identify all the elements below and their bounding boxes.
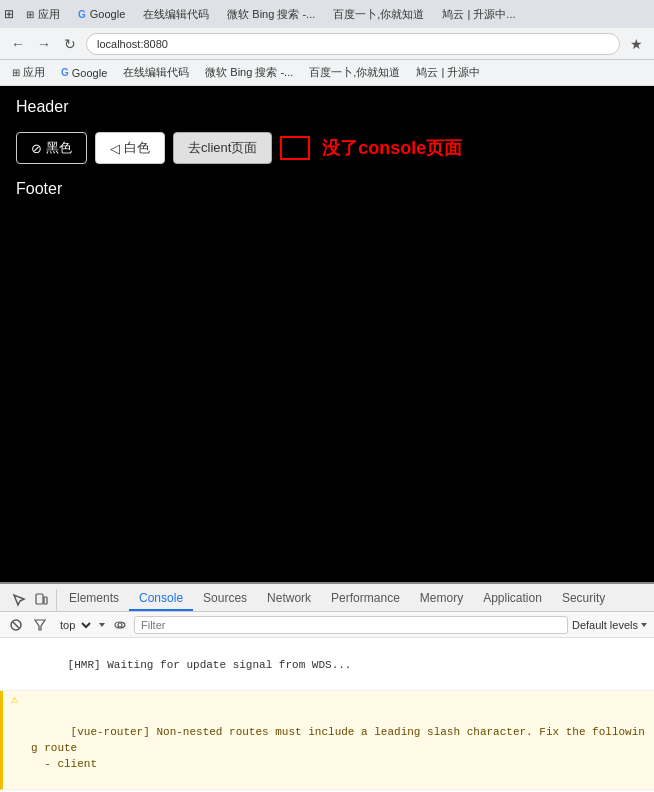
bookmark-baidu[interactable]: 百度一卜,你就知道 xyxy=(303,63,406,82)
address-input[interactable] xyxy=(86,33,620,55)
apps-icon[interactable]: ⊞ xyxy=(4,7,14,21)
tab-sources[interactable]: Sources xyxy=(193,587,257,611)
svg-marker-5 xyxy=(99,623,105,627)
tab-security[interactable]: Security xyxy=(552,587,615,611)
bookmark-apps-label: 应用 xyxy=(23,65,45,80)
tab-editor-label: 在线编辑代码 xyxy=(143,7,209,22)
console-line-hmr: [HMR] Waiting for update signal from WDS… xyxy=(0,640,654,691)
tab-apps-label: 应用 xyxy=(38,7,60,22)
svg-line-3 xyxy=(13,622,19,628)
tab-network[interactable]: Network xyxy=(257,587,321,611)
white-button[interactable]: ◁ 白色 xyxy=(95,132,165,164)
tab-performance[interactable]: Performance xyxy=(321,587,410,611)
back-button[interactable]: ← xyxy=(8,34,28,54)
header-text: Header xyxy=(16,98,68,115)
footer-text: Footer xyxy=(16,180,62,197)
context-selector[interactable]: top xyxy=(54,617,94,633)
bookmark-bing[interactable]: 微软 Bing 搜索 -... xyxy=(199,63,299,82)
page-header: Header xyxy=(0,86,654,124)
svg-marker-4 xyxy=(35,620,45,630)
devtools-left-icons xyxy=(4,589,57,611)
bookmark-apps[interactable]: ⊞ 应用 xyxy=(6,63,51,82)
select-element-icon[interactable] xyxy=(8,589,30,611)
bookmark-editor-label: 在线编辑代码 xyxy=(123,65,189,80)
bookmark-apps-icon: ⊞ xyxy=(12,67,20,78)
tab-elements[interactable]: Elements xyxy=(59,587,129,611)
bookmark-bing-label: 微软 Bing 搜索 -... xyxy=(205,65,293,80)
tab-editor[interactable]: 在线编辑代码 xyxy=(135,2,217,26)
tab-google-label: Google xyxy=(90,8,125,20)
bookmark-google-icon: G xyxy=(61,67,69,78)
bookmark-cloud[interactable]: 鸠云 | 升源中 xyxy=(410,63,486,82)
clear-console-button[interactable] xyxy=(6,615,26,635)
browser-tab-bar: ⊞ ⊞ 应用 G Google 在线编辑代码 微软 Bing 搜索 -... 百… xyxy=(0,0,654,28)
tab-cloud-label: 鸠云 | 升源中... xyxy=(442,7,515,22)
tab-baidu[interactable]: 百度一卜,你就知道 xyxy=(325,2,432,26)
black-button[interactable]: ⊘ 黑色 xyxy=(16,132,87,164)
devtools-console-output[interactable]: [HMR] Waiting for update signal from WDS… xyxy=(0,638,654,792)
eye-icon[interactable] xyxy=(110,615,130,635)
tab-bing[interactable]: 微软 Bing 搜索 -... xyxy=(219,2,323,26)
black-button-icon: ⊘ xyxy=(31,141,42,156)
forward-button[interactable]: → xyxy=(34,34,54,54)
console-line-hmr-text: [HMR] Waiting for update signal from WDS… xyxy=(68,659,352,671)
missing-console-label: 没了console页面 xyxy=(322,136,462,160)
default-levels-label: Default levels xyxy=(572,619,638,631)
bookmark-baidu-label: 百度一卜,你就知道 xyxy=(309,65,400,80)
bookmark-google[interactable]: G Google xyxy=(55,65,113,81)
bookmark-cloud-label: 鸠云 | 升源中 xyxy=(416,65,480,80)
white-button-icon: ◁ xyxy=(110,141,120,156)
levels-dropdown-icon xyxy=(640,621,648,629)
dropdown-arrow-icon xyxy=(98,621,106,629)
reload-button[interactable]: ↻ xyxy=(60,34,80,54)
client-button-label: 去client页面 xyxy=(188,140,257,155)
device-toggle-icon[interactable] xyxy=(30,589,52,611)
black-button-label: 黑色 xyxy=(46,139,72,157)
page-buttons-area: ⊘ 黑色 ◁ 白色 去client页面 没了console页面 xyxy=(0,124,654,172)
tab-security-label: Security xyxy=(562,591,605,605)
console-line-vue-router-warning: ⚠ [vue-router] Non-nested routes must in… xyxy=(0,691,654,790)
google-tab-icon: G xyxy=(78,9,86,20)
tab-cloud[interactable]: 鸠云 | 升源中... xyxy=(434,2,523,26)
svg-marker-8 xyxy=(641,623,647,627)
filter-icon[interactable] xyxy=(30,615,50,635)
tab-elements-label: Elements xyxy=(69,591,119,605)
client-page-button[interactable]: 去client页面 xyxy=(173,132,272,164)
console-filter-input[interactable] xyxy=(134,616,568,634)
svg-point-7 xyxy=(118,623,122,627)
tab-memory[interactable]: Memory xyxy=(410,587,473,611)
apps-tab-icon: ⊞ xyxy=(26,9,34,20)
bookmark-google-label: Google xyxy=(72,67,107,79)
tab-performance-label: Performance xyxy=(331,591,400,605)
devtools-console-toolbar: top Default levels xyxy=(0,612,654,638)
tab-application[interactable]: Application xyxy=(473,587,552,611)
svg-rect-1 xyxy=(44,597,47,604)
bookmark-button[interactable]: ★ xyxy=(626,34,646,54)
red-box-button[interactable] xyxy=(280,136,310,160)
tab-apps[interactable]: ⊞ 应用 xyxy=(18,2,68,26)
tab-console[interactable]: Console xyxy=(129,587,193,611)
white-button-label: 白色 xyxy=(124,139,150,157)
address-bar: ← → ↻ ★ xyxy=(0,28,654,60)
tab-bing-label: 微软 Bing 搜索 -... xyxy=(227,7,315,22)
tab-memory-label: Memory xyxy=(420,591,463,605)
tab-network-label: Network xyxy=(267,591,311,605)
page-footer: Footer xyxy=(0,172,654,206)
bookmark-bar: ⊞ 应用 G Google 在线编辑代码 微软 Bing 搜索 -... 百度一… xyxy=(0,60,654,86)
page-content: Header ⊘ 黑色 ◁ 白色 去client页面 没了console页面 F… xyxy=(0,86,654,582)
tab-console-label: Console xyxy=(139,591,183,605)
bookmark-editor[interactable]: 在线编辑代码 xyxy=(117,63,195,82)
devtools-panel: Elements Console Sources Network Perform… xyxy=(0,582,654,792)
tab-application-label: Application xyxy=(483,591,542,605)
devtools-tabs-bar: Elements Console Sources Network Perform… xyxy=(0,584,654,612)
tab-baidu-label: 百度一卜,你就知道 xyxy=(333,7,424,22)
default-levels-dropdown[interactable]: Default levels xyxy=(572,619,648,631)
tab-sources-label: Sources xyxy=(203,591,247,605)
console-line-warning-text: [vue-router] Non-nested routes must incl… xyxy=(31,726,645,770)
tab-google[interactable]: G Google xyxy=(70,2,133,26)
svg-rect-0 xyxy=(36,594,43,604)
warning-icon: ⚠ xyxy=(11,692,18,708)
